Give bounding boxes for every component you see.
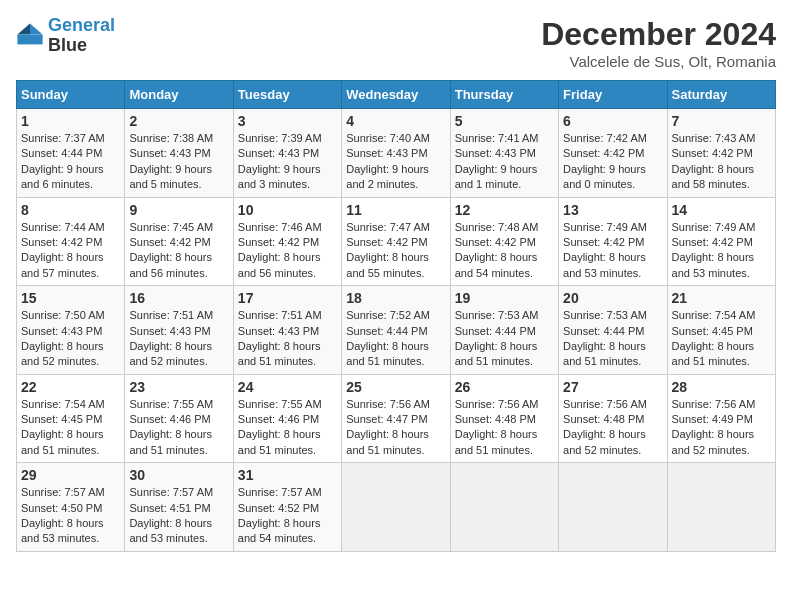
day-info: Sunrise: 7:56 AMSunset: 4:49 PMDaylight:… — [672, 397, 771, 459]
col-tuesday: Tuesday — [233, 81, 341, 109]
table-row: 7 Sunrise: 7:43 AMSunset: 4:42 PMDayligh… — [667, 109, 775, 198]
day-number: 30 — [129, 467, 228, 483]
calendar-table: Sunday Monday Tuesday Wednesday Thursday… — [16, 80, 776, 552]
day-number: 7 — [672, 113, 771, 129]
day-info: Sunrise: 7:49 AMSunset: 4:42 PMDaylight:… — [563, 220, 662, 282]
table-row — [667, 463, 775, 552]
col-monday: Monday — [125, 81, 233, 109]
day-number: 3 — [238, 113, 337, 129]
logo: General Blue — [16, 16, 115, 56]
day-info: Sunrise: 7:49 AMSunset: 4:42 PMDaylight:… — [672, 220, 771, 282]
day-number: 1 — [21, 113, 120, 129]
table-row: 14 Sunrise: 7:49 AMSunset: 4:42 PMDaylig… — [667, 197, 775, 286]
day-number: 11 — [346, 202, 445, 218]
day-number: 2 — [129, 113, 228, 129]
day-number: 28 — [672, 379, 771, 395]
table-row: 19 Sunrise: 7:53 AMSunset: 4:44 PMDaylig… — [450, 286, 558, 375]
day-info: Sunrise: 7:43 AMSunset: 4:42 PMDaylight:… — [672, 131, 771, 193]
day-number: 18 — [346, 290, 445, 306]
calendar-week-row: 1 Sunrise: 7:37 AMSunset: 4:44 PMDayligh… — [17, 109, 776, 198]
day-info: Sunrise: 7:57 AMSunset: 4:52 PMDaylight:… — [238, 485, 337, 547]
day-number: 13 — [563, 202, 662, 218]
day-info: Sunrise: 7:39 AMSunset: 4:43 PMDaylight:… — [238, 131, 337, 193]
day-number: 20 — [563, 290, 662, 306]
day-number: 6 — [563, 113, 662, 129]
svg-rect-2 — [17, 34, 42, 44]
table-row: 9 Sunrise: 7:45 AMSunset: 4:42 PMDayligh… — [125, 197, 233, 286]
col-thursday: Thursday — [450, 81, 558, 109]
day-number: 19 — [455, 290, 554, 306]
day-info: Sunrise: 7:55 AMSunset: 4:46 PMDaylight:… — [129, 397, 228, 459]
day-number: 26 — [455, 379, 554, 395]
day-info: Sunrise: 7:47 AMSunset: 4:42 PMDaylight:… — [346, 220, 445, 282]
table-row: 2 Sunrise: 7:38 AMSunset: 4:43 PMDayligh… — [125, 109, 233, 198]
day-info: Sunrise: 7:56 AMSunset: 4:47 PMDaylight:… — [346, 397, 445, 459]
day-info: Sunrise: 7:54 AMSunset: 4:45 PMDaylight:… — [672, 308, 771, 370]
day-number: 23 — [129, 379, 228, 395]
day-number: 24 — [238, 379, 337, 395]
day-number: 14 — [672, 202, 771, 218]
table-row: 31 Sunrise: 7:57 AMSunset: 4:52 PMDaylig… — [233, 463, 341, 552]
table-row: 29 Sunrise: 7:57 AMSunset: 4:50 PMDaylig… — [17, 463, 125, 552]
day-info: Sunrise: 7:45 AMSunset: 4:42 PMDaylight:… — [129, 220, 228, 282]
table-row: 16 Sunrise: 7:51 AMSunset: 4:43 PMDaylig… — [125, 286, 233, 375]
page-header: General Blue December 2024 Valcelele de … — [16, 16, 776, 70]
day-info: Sunrise: 7:50 AMSunset: 4:43 PMDaylight:… — [21, 308, 120, 370]
col-wednesday: Wednesday — [342, 81, 450, 109]
table-row: 8 Sunrise: 7:44 AMSunset: 4:42 PMDayligh… — [17, 197, 125, 286]
calendar-week-row: 22 Sunrise: 7:54 AMSunset: 4:45 PMDaylig… — [17, 374, 776, 463]
table-row: 12 Sunrise: 7:48 AMSunset: 4:42 PMDaylig… — [450, 197, 558, 286]
col-friday: Friday — [559, 81, 667, 109]
table-row: 15 Sunrise: 7:50 AMSunset: 4:43 PMDaylig… — [17, 286, 125, 375]
table-row: 1 Sunrise: 7:37 AMSunset: 4:44 PMDayligh… — [17, 109, 125, 198]
table-row: 21 Sunrise: 7:54 AMSunset: 4:45 PMDaylig… — [667, 286, 775, 375]
day-info: Sunrise: 7:44 AMSunset: 4:42 PMDaylight:… — [21, 220, 120, 282]
table-row: 5 Sunrise: 7:41 AMSunset: 4:43 PMDayligh… — [450, 109, 558, 198]
logo-text: General Blue — [48, 16, 115, 56]
day-info: Sunrise: 7:57 AMSunset: 4:50 PMDaylight:… — [21, 485, 120, 547]
table-row: 17 Sunrise: 7:51 AMSunset: 4:43 PMDaylig… — [233, 286, 341, 375]
day-number: 29 — [21, 467, 120, 483]
svg-marker-1 — [17, 23, 30, 34]
table-row: 20 Sunrise: 7:53 AMSunset: 4:44 PMDaylig… — [559, 286, 667, 375]
table-row — [450, 463, 558, 552]
day-number: 15 — [21, 290, 120, 306]
table-row: 18 Sunrise: 7:52 AMSunset: 4:44 PMDaylig… — [342, 286, 450, 375]
day-info: Sunrise: 7:57 AMSunset: 4:51 PMDaylight:… — [129, 485, 228, 547]
day-info: Sunrise: 7:52 AMSunset: 4:44 PMDaylight:… — [346, 308, 445, 370]
col-saturday: Saturday — [667, 81, 775, 109]
table-row: 26 Sunrise: 7:56 AMSunset: 4:48 PMDaylig… — [450, 374, 558, 463]
day-info: Sunrise: 7:55 AMSunset: 4:46 PMDaylight:… — [238, 397, 337, 459]
day-number: 8 — [21, 202, 120, 218]
calendar-week-row: 15 Sunrise: 7:50 AMSunset: 4:43 PMDaylig… — [17, 286, 776, 375]
day-number: 17 — [238, 290, 337, 306]
calendar-week-row: 8 Sunrise: 7:44 AMSunset: 4:42 PMDayligh… — [17, 197, 776, 286]
table-row: 30 Sunrise: 7:57 AMSunset: 4:51 PMDaylig… — [125, 463, 233, 552]
calendar-header-row: Sunday Monday Tuesday Wednesday Thursday… — [17, 81, 776, 109]
day-number: 9 — [129, 202, 228, 218]
day-info: Sunrise: 7:40 AMSunset: 4:43 PMDaylight:… — [346, 131, 445, 193]
day-info: Sunrise: 7:56 AMSunset: 4:48 PMDaylight:… — [455, 397, 554, 459]
day-info: Sunrise: 7:51 AMSunset: 4:43 PMDaylight:… — [238, 308, 337, 370]
table-row: 11 Sunrise: 7:47 AMSunset: 4:42 PMDaylig… — [342, 197, 450, 286]
table-row: 10 Sunrise: 7:46 AMSunset: 4:42 PMDaylig… — [233, 197, 341, 286]
day-number: 31 — [238, 467, 337, 483]
table-row: 3 Sunrise: 7:39 AMSunset: 4:43 PMDayligh… — [233, 109, 341, 198]
logo-icon — [16, 22, 44, 50]
day-number: 25 — [346, 379, 445, 395]
day-info: Sunrise: 7:46 AMSunset: 4:42 PMDaylight:… — [238, 220, 337, 282]
day-number: 5 — [455, 113, 554, 129]
day-number: 21 — [672, 290, 771, 306]
day-info: Sunrise: 7:54 AMSunset: 4:45 PMDaylight:… — [21, 397, 120, 459]
table-row — [559, 463, 667, 552]
day-number: 27 — [563, 379, 662, 395]
col-sunday: Sunday — [17, 81, 125, 109]
table-row: 6 Sunrise: 7:42 AMSunset: 4:42 PMDayligh… — [559, 109, 667, 198]
table-row — [342, 463, 450, 552]
table-row: 22 Sunrise: 7:54 AMSunset: 4:45 PMDaylig… — [17, 374, 125, 463]
day-number: 16 — [129, 290, 228, 306]
day-info: Sunrise: 7:41 AMSunset: 4:43 PMDaylight:… — [455, 131, 554, 193]
svg-marker-0 — [30, 23, 43, 34]
day-info: Sunrise: 7:37 AMSunset: 4:44 PMDaylight:… — [21, 131, 120, 193]
table-row: 28 Sunrise: 7:56 AMSunset: 4:49 PMDaylig… — [667, 374, 775, 463]
